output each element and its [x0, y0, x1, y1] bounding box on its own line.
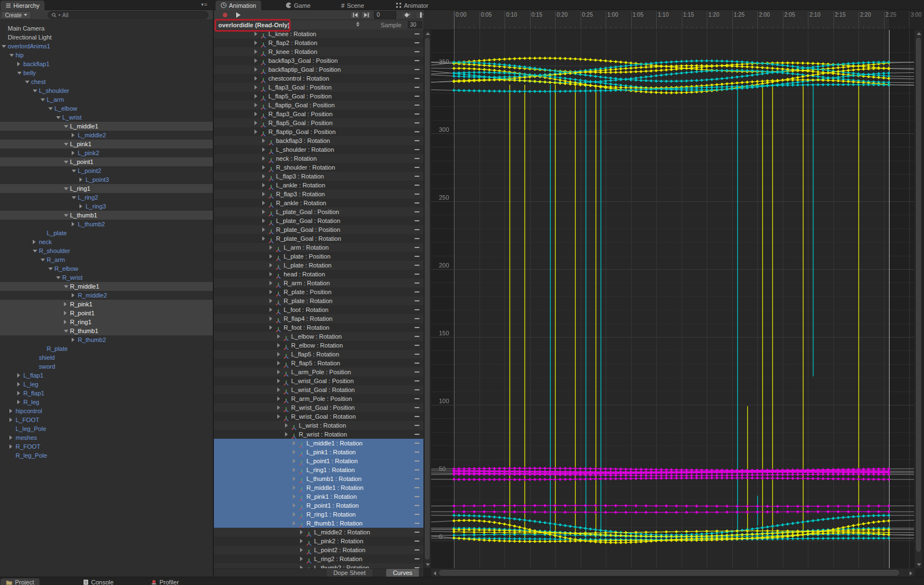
hierarchy-item-r_leg[interactable]: R_leg	[0, 398, 213, 406]
foldout-closed-icon[interactable]	[293, 441, 296, 445]
foldout-closed-icon[interactable]	[269, 263, 272, 267]
property-row-r_plate_goal-position[interactable]: R_plate_Goal : Position	[214, 225, 423, 234]
curve-dash-icon[interactable]	[414, 363, 419, 364]
hierarchy-item-l_elbow[interactable]: L_elbow	[0, 104, 213, 113]
foldout-open-icon[interactable]	[2, 45, 6, 48]
foldout-closed-icon[interactable]	[300, 530, 303, 534]
property-row-l_pink1-rotation[interactable]: L_pink1 : Rotation	[214, 448, 423, 457]
curve-dash-icon[interactable]	[414, 549, 419, 551]
curve-dash-icon[interactable]	[414, 60, 419, 61]
property-row-l_flaptip_goal-position[interactable]: L_flaptip_Goal : Position	[214, 101, 423, 110]
curve-dash-icon[interactable]	[414, 523, 419, 524]
foldout-closed-icon[interactable]	[17, 373, 20, 378]
property-row-head-rotation[interactable]: head : Rotation	[214, 270, 423, 279]
foldout-open-icon[interactable]	[41, 259, 45, 261]
property-row-r_knee-rotation[interactable]: R_knee : Rotation	[214, 47, 423, 56]
curve-dash-icon[interactable]	[414, 78, 419, 79]
hierarchy-item-r_shoulder[interactable]: R_shoulder	[0, 246, 213, 255]
hierarchy-item-l_arm[interactable]: L_arm	[0, 95, 213, 104]
hierarchy-item-l_leg[interactable]: L_leg	[0, 380, 213, 389]
curve-dash-icon[interactable]	[414, 487, 419, 488]
property-row-r_wrist_goal-rotation[interactable]: R_wrist_Goal : Rotation	[214, 412, 423, 421]
foldout-closed-icon[interactable]	[277, 352, 280, 356]
play-button[interactable]	[236, 12, 241, 18]
foldout-closed-icon[interactable]	[72, 133, 74, 137]
hierarchy-item-l_thumb2[interactable]: L_thumb2	[0, 220, 213, 229]
hierarchy-item-r_thumb1[interactable]: R_thumb1	[0, 326, 213, 335]
property-row-l_flap5_goal-position[interactable]: L_flap5_Goal : Position	[214, 92, 423, 101]
foldout-closed-icon[interactable]	[72, 222, 74, 226]
property-row-l_wrist_goal-rotation[interactable]: L_wrist_Goal : Rotation	[214, 385, 423, 394]
curve-dash-icon[interactable]	[414, 274, 419, 275]
curve-dash-icon[interactable]	[414, 371, 419, 373]
curve-dash-icon[interactable]	[414, 140, 419, 141]
foldout-open-icon[interactable]	[25, 81, 29, 83]
hierarchy-item-r_wrist[interactable]: R_wrist	[0, 273, 213, 282]
property-row-r_plate_goal-rotation[interactable]: R_plate_Goal : Rotation	[214, 234, 423, 243]
hierarchy-item-r_leg_pole[interactable]: R_leg_Pole	[0, 451, 213, 460]
hierarchy-item-main camera[interactable]: Main Camera	[0, 24, 213, 33]
curve-dash-icon[interactable]	[414, 202, 419, 204]
hierarchy-item-l_plate[interactable]: L_plate	[0, 229, 213, 237]
search-filter-chevron-icon[interactable]	[58, 14, 61, 16]
foldout-closed-icon[interactable]	[9, 418, 12, 422]
hierarchy-item-r_pink1[interactable]: R_pink1	[0, 300, 213, 309]
curve-dash-icon[interactable]	[414, 229, 419, 230]
foldout-closed-icon[interactable]	[64, 311, 67, 315]
curve-dash-icon[interactable]	[414, 33, 419, 34]
foldout-closed-icon[interactable]	[17, 382, 20, 386]
foldout-closed-icon[interactable]	[269, 272, 272, 276]
foldout-closed-icon[interactable]	[262, 210, 265, 214]
tab-project[interactable]: Project	[1, 578, 39, 585]
curve-dash-icon[interactable]	[414, 42, 419, 43]
foldout-closed-icon[interactable]	[254, 103, 257, 107]
scroll-down-icon[interactable]	[426, 563, 430, 566]
property-row-chestcontrol-rotation[interactable]: chestcontrol : Rotation	[214, 74, 423, 83]
foldout-closed-icon[interactable]	[293, 485, 296, 490]
curve-dash-icon[interactable]	[414, 496, 419, 497]
property-row-r_shoulder-rotation[interactable]: R_shoulder : Rotation	[214, 163, 423, 172]
property-row-l_arm-rotation[interactable]: L_arm : Rotation	[214, 243, 423, 252]
tab-animation[interactable]: Animation	[216, 1, 261, 10]
foldout-closed-icon[interactable]	[17, 62, 20, 66]
property-row-r_flap2-rotation[interactable]: R_flap2 : Rotation	[214, 38, 423, 47]
hierarchy-item-hipcontrol[interactable]: hipcontrol	[0, 406, 213, 415]
property-row-l_ring2-rotation[interactable]: L_ring2 : Rotation	[214, 554, 423, 563]
property-row-r_wrist-rotation[interactable]: R_wrist : Rotation	[214, 430, 423, 439]
hierarchy-item-l_point3[interactable]: L_point3	[0, 175, 213, 184]
foldout-closed-icon[interactable]	[277, 405, 280, 410]
foldout-closed-icon[interactable]	[262, 174, 265, 179]
foldout-closed-icon[interactable]	[254, 67, 257, 72]
hierarchy-item-l_wrist[interactable]: L_wrist	[0, 113, 213, 122]
foldout-closed-icon[interactable]	[293, 512, 296, 517]
curve-dash-icon[interactable]	[414, 105, 419, 106]
hierarchy-item-r_arm[interactable]: R_arm	[0, 255, 213, 264]
curve-dash-icon[interactable]	[414, 336, 419, 337]
hierarchy-item-overlordanims1[interactable]: overlordAnims1	[0, 42, 213, 51]
curve-dash-icon[interactable]	[414, 238, 419, 239]
foldout-closed-icon[interactable]	[262, 183, 265, 187]
clip-popup[interactable]: overlordidle (Read-Only)	[218, 22, 289, 28]
property-row-l_arm_pole-position[interactable]: L_arm_Pole : Position	[214, 368, 423, 376]
property-row-r_flap3-rotation[interactable]: R_flap3 : Rotation	[214, 190, 423, 199]
curve-dash-icon[interactable]	[414, 380, 419, 381]
hierarchy-item-belly[interactable]: belly	[0, 68, 213, 77]
curve-dash-icon[interactable]	[414, 514, 419, 515]
property-row-r_flaptip_goal-position[interactable]: R_flaptip_Goal : Position	[214, 127, 423, 136]
hierarchy-item-meshes[interactable]: meshes	[0, 433, 213, 442]
curve-dash-icon[interactable]	[414, 122, 419, 123]
foldout-closed-icon[interactable]	[262, 192, 265, 196]
foldout-closed-icon[interactable]	[277, 388, 280, 392]
property-row-l_ring1-rotation[interactable]: L_ring1 : Rotation	[214, 465, 423, 474]
foldout-closed-icon[interactable]	[9, 435, 12, 440]
curve-dash-icon[interactable]	[414, 452, 419, 453]
property-row-r_point1-rotation[interactable]: R_point1 : Rotation	[214, 501, 423, 510]
hierarchy-item-l_flap1[interactable]: L_flap1	[0, 371, 213, 380]
add-keyframe-button[interactable]: +	[401, 11, 412, 19]
property-row-backflaptip_goal-position[interactable]: backflaptip_Goal : Position	[214, 65, 423, 74]
property-row-r_plate-position[interactable]: R_plate : Position	[214, 287, 423, 296]
dope-sheet-tab[interactable]: Dope Sheet	[327, 569, 372, 577]
foldout-open-icon[interactable]	[17, 72, 22, 75]
foldout-closed-icon[interactable]	[72, 293, 74, 298]
curve-dash-icon[interactable]	[414, 327, 419, 328]
